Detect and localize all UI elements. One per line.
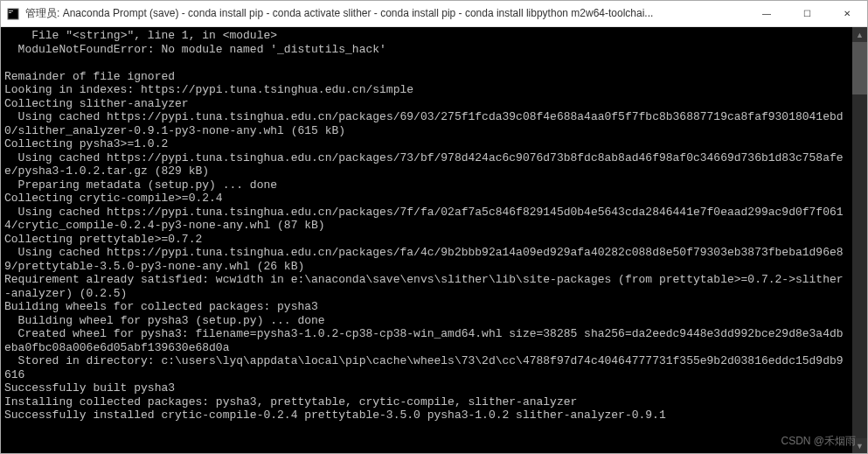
terminal-container: File "<string>", line 1, in <module> Mod… xyxy=(1,27,867,453)
svg-rect-2 xyxy=(9,12,11,13)
app-icon xyxy=(6,7,20,21)
window-controls: — ☐ ✕ xyxy=(746,1,867,26)
maximize-button[interactable]: ☐ xyxy=(787,1,827,26)
scroll-thumb[interactable] xyxy=(852,42,867,94)
window-title: 管理员: Anaconda Prompt (save) - conda inst… xyxy=(25,6,746,21)
scroll-down-button[interactable]: ▼ xyxy=(852,438,867,453)
close-button[interactable]: ✕ xyxy=(827,1,867,26)
titlebar[interactable]: 管理员: Anaconda Prompt (save) - conda inst… xyxy=(1,1,867,27)
app-window: 管理员: Anaconda Prompt (save) - conda inst… xyxy=(0,0,868,454)
minimize-button[interactable]: — xyxy=(746,1,787,26)
svg-rect-1 xyxy=(9,10,13,11)
scrollbar[interactable]: ▲ ▼ xyxy=(852,27,867,453)
scroll-up-button[interactable]: ▲ xyxy=(852,27,867,42)
terminal-output[interactable]: File "<string>", line 1, in <module> Mod… xyxy=(1,27,852,453)
svg-rect-0 xyxy=(8,9,18,19)
